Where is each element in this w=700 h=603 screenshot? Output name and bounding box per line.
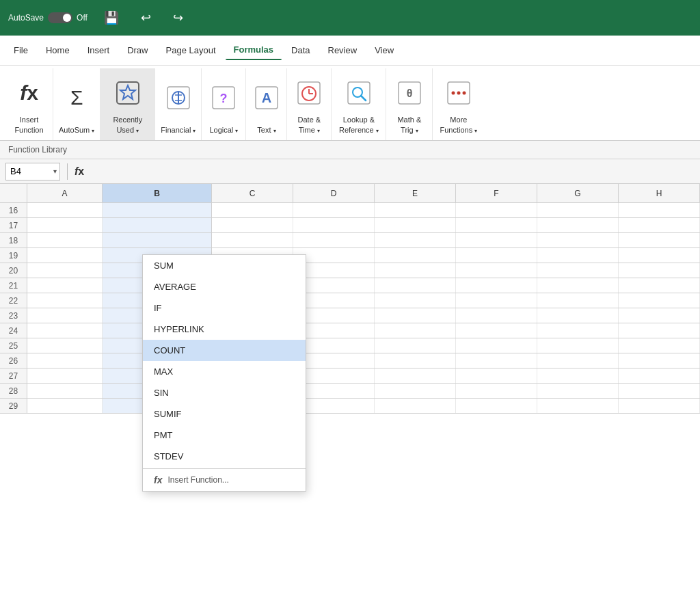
grid-cell[interactable]	[375, 353, 456, 368]
grid-cell[interactable]	[375, 338, 456, 353]
grid-cell[interactable]	[619, 218, 700, 232]
grid-cell[interactable]	[27, 353, 103, 368]
ribbon-financial[interactable]: Financial ▾	[155, 68, 202, 140]
dropdown-insert-function[interactable]: fx Insert Function...	[143, 468, 306, 491]
dropdown-sum[interactable]: SUM	[143, 255, 306, 276]
grid-cell[interactable]	[27, 323, 103, 338]
grid-cell[interactable]	[456, 203, 537, 217]
grid-cell[interactable]	[456, 233, 537, 247]
menu-formulas[interactable]: Formulas	[226, 40, 282, 60]
grid-cell[interactable]	[375, 233, 456, 247]
grid-cell[interactable]	[619, 248, 700, 263]
menu-home[interactable]: Home	[38, 41, 78, 59]
dropdown-stdev[interactable]: STDEV	[143, 446, 306, 467]
grid-cell[interactable]	[27, 368, 103, 383]
grid-cell[interactable]	[456, 263, 537, 278]
grid-cell[interactable]	[375, 248, 456, 263]
grid-cell[interactable]	[537, 323, 619, 338]
grid-cell[interactable]	[375, 384, 456, 398]
grid-cell[interactable]	[103, 218, 212, 232]
grid-cell[interactable]	[293, 218, 375, 232]
menu-data[interactable]: Data	[283, 41, 318, 59]
grid-cell[interactable]	[456, 384, 537, 398]
grid-cell[interactable]	[375, 203, 456, 217]
grid-cell[interactable]	[375, 293, 456, 308]
grid-cell[interactable]	[27, 248, 103, 263]
grid-cell[interactable]	[537, 278, 619, 293]
ribbon-lookup[interactable]: Lookup &Reference ▾	[332, 68, 386, 140]
grid-cell[interactable]	[456, 293, 537, 308]
grid-cell[interactable]	[27, 338, 103, 353]
grid-cell[interactable]	[27, 203, 103, 217]
grid-cell[interactable]	[619, 293, 700, 308]
menu-insert[interactable]: Insert	[79, 41, 118, 59]
dropdown-max[interactable]: MAX	[143, 361, 306, 382]
redo-icon[interactable]: ↪	[167, 8, 189, 28]
grid-cell[interactable]	[27, 308, 103, 323]
ribbon-logical[interactable]: ? Logical ▾	[202, 68, 246, 140]
grid-cell[interactable]	[375, 368, 456, 383]
grid-cell[interactable]	[375, 263, 456, 278]
grid-cell[interactable]	[619, 399, 700, 413]
menu-review[interactable]: Review	[320, 41, 366, 59]
grid-cell[interactable]	[375, 308, 456, 323]
grid-cell[interactable]	[537, 308, 619, 323]
ribbon-text[interactable]: A Text ▾	[246, 68, 287, 140]
grid-cell[interactable]	[27, 399, 103, 413]
menu-file[interactable]: File	[5, 41, 36, 59]
dropdown-if[interactable]: IF	[143, 297, 306, 319]
grid-cell[interactable]	[619, 368, 700, 383]
grid-cell[interactable]	[537, 233, 619, 247]
grid-cell[interactable]	[619, 308, 700, 323]
grid-cell[interactable]	[456, 308, 537, 323]
grid-cell[interactable]	[537, 248, 619, 263]
grid-cell[interactable]	[456, 278, 537, 293]
grid-cell[interactable]	[619, 384, 700, 398]
grid-cell[interactable]	[375, 399, 456, 413]
grid-cell[interactable]	[537, 218, 619, 232]
dropdown-pmt[interactable]: PMT	[143, 425, 306, 446]
ribbon-recently-used[interactable]: RecentlyUsed ▾	[100, 68, 155, 140]
grid-cell[interactable]	[293, 233, 375, 247]
grid-cell[interactable]	[456, 368, 537, 383]
grid-cell[interactable]	[27, 384, 103, 398]
undo-icon[interactable]: ↩	[135, 8, 157, 28]
menu-pagelayout[interactable]: Page Layout	[158, 41, 224, 59]
ribbon-datetime[interactable]: Date &Time ▾	[287, 68, 332, 140]
grid-cell[interactable]	[375, 278, 456, 293]
grid-cell[interactable]	[537, 293, 619, 308]
grid-cell[interactable]	[537, 353, 619, 368]
grid-cell[interactable]	[537, 203, 619, 217]
grid-cell[interactable]	[619, 323, 700, 338]
menu-view[interactable]: View	[366, 41, 402, 59]
ribbon-mathtrg[interactable]: θ Math &Trig ▾	[386, 68, 433, 140]
grid-cell[interactable]	[456, 218, 537, 232]
grid-cell[interactable]	[212, 218, 293, 232]
grid-cell[interactable]	[27, 218, 103, 232]
dropdown-count[interactable]: COUNT	[143, 340, 306, 361]
ribbon-autosum[interactable]: Σ AutoSum ▾	[53, 68, 100, 140]
grid-cell[interactable]	[456, 353, 537, 368]
grid-cell[interactable]	[27, 263, 103, 278]
ribbon-more-functions[interactable]: MoreFunctions ▾	[433, 68, 484, 140]
grid-cell[interactable]	[619, 338, 700, 353]
grid-cell[interactable]	[293, 203, 375, 217]
grid-cell[interactable]	[375, 323, 456, 338]
dropdown-sumif[interactable]: SUMIF	[143, 403, 306, 425]
grid-cell[interactable]	[619, 353, 700, 368]
grid-cell[interactable]	[27, 233, 103, 247]
grid-cell[interactable]	[619, 203, 700, 217]
menu-draw[interactable]: Draw	[119, 41, 156, 59]
grid-cell[interactable]	[619, 278, 700, 293]
grid-cell[interactable]	[456, 248, 537, 263]
grid-cell[interactable]	[456, 323, 537, 338]
cell-reference-box[interactable]: B4 ▾	[5, 163, 60, 180]
grid-cell[interactable]	[537, 368, 619, 383]
dropdown-sin[interactable]: SIN	[143, 382, 306, 403]
grid-cell[interactable]	[537, 263, 619, 278]
grid-cell[interactable]	[456, 338, 537, 353]
grid-cell[interactable]	[212, 203, 293, 217]
grid-cell[interactable]	[537, 384, 619, 398]
grid-cell[interactable]	[27, 293, 103, 308]
grid-cell[interactable]	[103, 233, 212, 247]
